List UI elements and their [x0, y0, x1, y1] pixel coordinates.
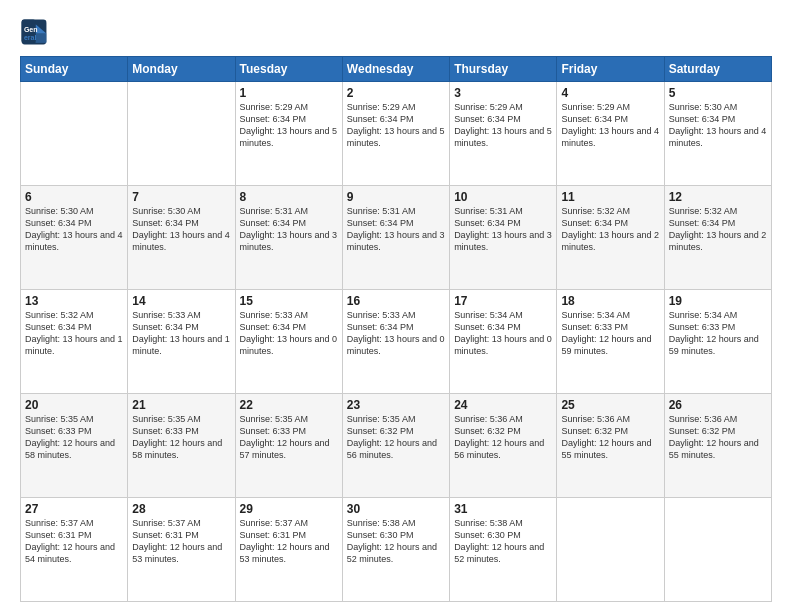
- day-number: 22: [240, 398, 338, 412]
- calendar-cell: 29Sunrise: 5:37 AM Sunset: 6:31 PM Dayli…: [235, 498, 342, 602]
- svg-text:Gen: Gen: [24, 26, 38, 33]
- day-info: Sunrise: 5:36 AM Sunset: 6:32 PM Dayligh…: [669, 413, 767, 462]
- day-number: 10: [454, 190, 552, 204]
- calendar-cell: 24Sunrise: 5:36 AM Sunset: 6:32 PM Dayli…: [450, 394, 557, 498]
- calendar-cell: 21Sunrise: 5:35 AM Sunset: 6:33 PM Dayli…: [128, 394, 235, 498]
- page: Gen eral SundayMondayTuesdayWednesdayThu…: [0, 0, 792, 612]
- day-number: 23: [347, 398, 445, 412]
- calendar-cell: [664, 498, 771, 602]
- day-info: Sunrise: 5:30 AM Sunset: 6:34 PM Dayligh…: [132, 205, 230, 254]
- calendar-cell: 30Sunrise: 5:38 AM Sunset: 6:30 PM Dayli…: [342, 498, 449, 602]
- day-number: 25: [561, 398, 659, 412]
- day-number: 20: [25, 398, 123, 412]
- calendar-cell: 28Sunrise: 5:37 AM Sunset: 6:31 PM Dayli…: [128, 498, 235, 602]
- day-info: Sunrise: 5:34 AM Sunset: 6:33 PM Dayligh…: [561, 309, 659, 358]
- day-number: 27: [25, 502, 123, 516]
- calendar-cell: [128, 82, 235, 186]
- calendar-cell: 18Sunrise: 5:34 AM Sunset: 6:33 PM Dayli…: [557, 290, 664, 394]
- weekday-row: SundayMondayTuesdayWednesdayThursdayFrid…: [21, 57, 772, 82]
- calendar-cell: 16Sunrise: 5:33 AM Sunset: 6:34 PM Dayli…: [342, 290, 449, 394]
- day-info: Sunrise: 5:31 AM Sunset: 6:34 PM Dayligh…: [240, 205, 338, 254]
- day-info: Sunrise: 5:29 AM Sunset: 6:34 PM Dayligh…: [454, 101, 552, 150]
- calendar-cell: 4Sunrise: 5:29 AM Sunset: 6:34 PM Daylig…: [557, 82, 664, 186]
- weekday-header-thursday: Thursday: [450, 57, 557, 82]
- day-info: Sunrise: 5:37 AM Sunset: 6:31 PM Dayligh…: [132, 517, 230, 566]
- day-info: Sunrise: 5:34 AM Sunset: 6:33 PM Dayligh…: [669, 309, 767, 358]
- weekday-header-sunday: Sunday: [21, 57, 128, 82]
- calendar-cell: 8Sunrise: 5:31 AM Sunset: 6:34 PM Daylig…: [235, 186, 342, 290]
- day-info: Sunrise: 5:36 AM Sunset: 6:32 PM Dayligh…: [454, 413, 552, 462]
- calendar-body: 1Sunrise: 5:29 AM Sunset: 6:34 PM Daylig…: [21, 82, 772, 602]
- day-number: 3: [454, 86, 552, 100]
- svg-text:eral: eral: [24, 34, 37, 41]
- calendar-table: SundayMondayTuesdayWednesdayThursdayFrid…: [20, 56, 772, 602]
- day-info: Sunrise: 5:31 AM Sunset: 6:34 PM Dayligh…: [454, 205, 552, 254]
- day-number: 2: [347, 86, 445, 100]
- calendar-cell: 3Sunrise: 5:29 AM Sunset: 6:34 PM Daylig…: [450, 82, 557, 186]
- day-number: 7: [132, 190, 230, 204]
- day-info: Sunrise: 5:31 AM Sunset: 6:34 PM Dayligh…: [347, 205, 445, 254]
- header: Gen eral: [20, 18, 772, 46]
- calendar-cell: 1Sunrise: 5:29 AM Sunset: 6:34 PM Daylig…: [235, 82, 342, 186]
- day-info: Sunrise: 5:32 AM Sunset: 6:34 PM Dayligh…: [561, 205, 659, 254]
- day-info: Sunrise: 5:32 AM Sunset: 6:34 PM Dayligh…: [25, 309, 123, 358]
- day-number: 29: [240, 502, 338, 516]
- svg-marker-2: [36, 34, 47, 43]
- day-number: 14: [132, 294, 230, 308]
- day-info: Sunrise: 5:35 AM Sunset: 6:33 PM Dayligh…: [25, 413, 123, 462]
- calendar-header: SundayMondayTuesdayWednesdayThursdayFrid…: [21, 57, 772, 82]
- day-info: Sunrise: 5:38 AM Sunset: 6:30 PM Dayligh…: [454, 517, 552, 566]
- day-info: Sunrise: 5:34 AM Sunset: 6:34 PM Dayligh…: [454, 309, 552, 358]
- logo-icon: Gen eral: [20, 18, 48, 46]
- calendar-cell: 7Sunrise: 5:30 AM Sunset: 6:34 PM Daylig…: [128, 186, 235, 290]
- day-info: Sunrise: 5:30 AM Sunset: 6:34 PM Dayligh…: [669, 101, 767, 150]
- day-number: 9: [347, 190, 445, 204]
- weekday-header-monday: Monday: [128, 57, 235, 82]
- calendar-cell: 15Sunrise: 5:33 AM Sunset: 6:34 PM Dayli…: [235, 290, 342, 394]
- logo: Gen eral: [20, 18, 54, 46]
- day-info: Sunrise: 5:35 AM Sunset: 6:32 PM Dayligh…: [347, 413, 445, 462]
- day-number: 26: [669, 398, 767, 412]
- day-number: 31: [454, 502, 552, 516]
- day-info: Sunrise: 5:29 AM Sunset: 6:34 PM Dayligh…: [240, 101, 338, 150]
- day-number: 8: [240, 190, 338, 204]
- day-number: 4: [561, 86, 659, 100]
- day-number: 15: [240, 294, 338, 308]
- calendar-cell: 23Sunrise: 5:35 AM Sunset: 6:32 PM Dayli…: [342, 394, 449, 498]
- day-number: 21: [132, 398, 230, 412]
- day-number: 5: [669, 86, 767, 100]
- day-info: Sunrise: 5:29 AM Sunset: 6:34 PM Dayligh…: [561, 101, 659, 150]
- day-info: Sunrise: 5:38 AM Sunset: 6:30 PM Dayligh…: [347, 517, 445, 566]
- calendar-cell: 11Sunrise: 5:32 AM Sunset: 6:34 PM Dayli…: [557, 186, 664, 290]
- day-info: Sunrise: 5:33 AM Sunset: 6:34 PM Dayligh…: [132, 309, 230, 358]
- day-number: 30: [347, 502, 445, 516]
- calendar-cell: 20Sunrise: 5:35 AM Sunset: 6:33 PM Dayli…: [21, 394, 128, 498]
- weekday-header-friday: Friday: [557, 57, 664, 82]
- calendar-cell: 14Sunrise: 5:33 AM Sunset: 6:34 PM Dayli…: [128, 290, 235, 394]
- calendar-cell: 25Sunrise: 5:36 AM Sunset: 6:32 PM Dayli…: [557, 394, 664, 498]
- calendar-cell: 27Sunrise: 5:37 AM Sunset: 6:31 PM Dayli…: [21, 498, 128, 602]
- calendar-cell: 12Sunrise: 5:32 AM Sunset: 6:34 PM Dayli…: [664, 186, 771, 290]
- calendar-cell: 19Sunrise: 5:34 AM Sunset: 6:33 PM Dayli…: [664, 290, 771, 394]
- day-info: Sunrise: 5:33 AM Sunset: 6:34 PM Dayligh…: [347, 309, 445, 358]
- calendar-week-4: 20Sunrise: 5:35 AM Sunset: 6:33 PM Dayli…: [21, 394, 772, 498]
- day-info: Sunrise: 5:37 AM Sunset: 6:31 PM Dayligh…: [25, 517, 123, 566]
- calendar-cell: 22Sunrise: 5:35 AM Sunset: 6:33 PM Dayli…: [235, 394, 342, 498]
- day-number: 17: [454, 294, 552, 308]
- calendar-cell: 6Sunrise: 5:30 AM Sunset: 6:34 PM Daylig…: [21, 186, 128, 290]
- day-number: 18: [561, 294, 659, 308]
- calendar-cell: 10Sunrise: 5:31 AM Sunset: 6:34 PM Dayli…: [450, 186, 557, 290]
- day-number: 13: [25, 294, 123, 308]
- calendar-cell: 9Sunrise: 5:31 AM Sunset: 6:34 PM Daylig…: [342, 186, 449, 290]
- day-number: 12: [669, 190, 767, 204]
- calendar-week-2: 6Sunrise: 5:30 AM Sunset: 6:34 PM Daylig…: [21, 186, 772, 290]
- weekday-header-wednesday: Wednesday: [342, 57, 449, 82]
- day-info: Sunrise: 5:30 AM Sunset: 6:34 PM Dayligh…: [25, 205, 123, 254]
- calendar-week-5: 27Sunrise: 5:37 AM Sunset: 6:31 PM Dayli…: [21, 498, 772, 602]
- calendar-cell: 13Sunrise: 5:32 AM Sunset: 6:34 PM Dayli…: [21, 290, 128, 394]
- day-number: 1: [240, 86, 338, 100]
- calendar-week-3: 13Sunrise: 5:32 AM Sunset: 6:34 PM Dayli…: [21, 290, 772, 394]
- calendar-cell: [557, 498, 664, 602]
- day-info: Sunrise: 5:33 AM Sunset: 6:34 PM Dayligh…: [240, 309, 338, 358]
- day-info: Sunrise: 5:35 AM Sunset: 6:33 PM Dayligh…: [240, 413, 338, 462]
